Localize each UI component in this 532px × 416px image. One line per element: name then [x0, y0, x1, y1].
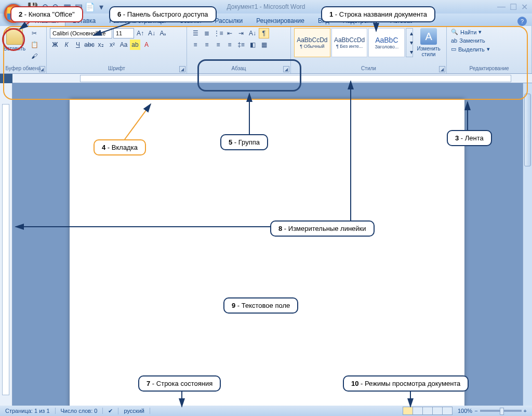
shading-icon[interactable]: ◧ — [247, 40, 258, 50]
paste-button[interactable]: Вставить — [3, 28, 26, 64]
format-painter-icon[interactable]: 🖌 — [29, 51, 39, 61]
callout-2: 2 - Кнопка "Office" — [10, 6, 83, 22]
shrink-font-icon[interactable]: A↓ — [147, 28, 157, 38]
indent-inc-icon[interactable]: ⇥ — [236, 28, 246, 38]
vertical-scrollbar[interactable] — [523, 83, 532, 406]
callout-8: 8 - Измерительные линейки — [270, 220, 375, 237]
qat-icon[interactable]: ▾ — [97, 2, 106, 11]
group-font-label: Шрифт — [50, 64, 183, 72]
close-icon[interactable]: ✕ — [521, 2, 528, 12]
cut-icon[interactable]: ✂ — [29, 28, 39, 38]
maximize-icon[interactable]: ☐ — [510, 2, 517, 12]
view-web[interactable] — [422, 407, 433, 415]
group-paragraph-label: Абзац — [190, 64, 287, 72]
dialog-launcher-icon[interactable]: ◢ — [39, 66, 45, 72]
multilevel-icon[interactable]: ⋮≡ — [213, 28, 223, 38]
scroll-thumb[interactable] — [524, 94, 531, 166]
replace-icon: ab — [451, 37, 457, 44]
line-spacing-icon[interactable]: ‡≡ — [236, 40, 246, 50]
change-case-button[interactable]: Aa — [118, 40, 129, 50]
ribbon: Вставить ✂ 📋 🖌 Буфер обмена ◢ A↑ A↓ Aₐ Ж… — [0, 26, 532, 74]
style-heading[interactable]: AaBbC Заголово... — [368, 28, 405, 57]
indent-dec-icon[interactable]: ⇤ — [224, 28, 235, 38]
callout-7: 7 - Строка состояния — [138, 375, 221, 392]
status-words[interactable]: Число слов: 0 — [56, 408, 103, 414]
bold-button[interactable]: Ж — [50, 40, 60, 50]
sort-icon[interactable]: A↓ — [247, 28, 258, 38]
status-page[interactable]: Страница: 1 из 1 — [0, 408, 56, 414]
view-fullscreen[interactable] — [413, 407, 423, 415]
clipboard-icon — [6, 28, 23, 45]
clear-format-icon[interactable]: Aₐ — [158, 28, 168, 38]
zoom-level[interactable]: 100% — [458, 408, 472, 414]
zoom-control: 100% − + — [453, 408, 532, 414]
callout-6: 6 - Панель быстрого доступа — [109, 6, 217, 22]
change-styles-button[interactable]: A Изменить стили — [414, 28, 443, 57]
view-outline[interactable] — [432, 407, 443, 415]
dialog-launcher-icon[interactable]: ◢ — [439, 66, 445, 72]
vertical-ruler[interactable] — [0, 83, 12, 406]
superscript-button[interactable]: x² — [107, 40, 117, 50]
align-center-icon[interactable]: ≡ — [202, 40, 212, 50]
group-paragraph: ☰ ≣ ⋮≡ ⇤ ⇥ A↓ ¶ ≡ ≡ ≡ ≡ ‡≡ ◧ ▦ Абзац ◢ — [187, 26, 291, 73]
replace-button[interactable]: abЗаменить — [450, 37, 528, 44]
copy-icon[interactable]: 📋 — [29, 40, 39, 50]
numbering-icon[interactable]: ≣ — [202, 28, 212, 38]
font-color-button[interactable]: A — [141, 40, 152, 50]
group-font: A↑ A↓ Aₐ Ж К Ч abc x₂ x² Aa ab A Шрифт ◢ — [47, 26, 187, 73]
callout-5: 5 - Группа — [220, 134, 268, 150]
window-controls: — ☐ ✕ — [497, 2, 528, 12]
group-clipboard-label: Буфер обмена — [3, 64, 43, 72]
tab-review[interactable]: Рецензирование — [250, 15, 311, 26]
select-icon: ▭ — [451, 46, 456, 53]
select-button[interactable]: ▭Выделить ▾ — [450, 45, 528, 53]
group-editing: 🔍Найти ▾ abЗаменить ▭Выделить ▾ Редактир… — [447, 26, 532, 73]
dialog-launcher-icon[interactable]: ◢ — [283, 66, 289, 72]
grow-font-icon[interactable]: A↑ — [135, 28, 145, 38]
paste-label: Вставить — [4, 46, 25, 51]
callout-1: 1 - Строка названия документа — [321, 6, 435, 22]
window-title: Документ1 - Microsoft Word — [227, 3, 305, 10]
callout-3: 3 - Лента — [447, 130, 492, 146]
group-styles: AaBbCcDd ¶ Обычный AaBbCcDd ¶ Без инте..… — [291, 26, 447, 73]
strike-button[interactable]: abc — [84, 40, 95, 50]
view-buttons — [403, 407, 453, 415]
horizontal-ruler[interactable] — [12, 74, 532, 83]
qat-icon[interactable]: 📄 — [85, 2, 95, 11]
dialog-launcher-icon[interactable]: ◢ — [179, 66, 185, 72]
view-print-layout[interactable] — [403, 407, 413, 415]
change-styles-icon: A — [420, 28, 437, 45]
borders-icon[interactable]: ▦ — [259, 40, 269, 50]
group-clipboard: Вставить ✂ 📋 🖌 Буфер обмена ◢ — [0, 26, 47, 73]
show-marks-icon[interactable]: ¶ — [259, 28, 269, 38]
callout-9: 9 - Текстовое поле — [223, 297, 298, 314]
justify-icon[interactable]: ≡ — [224, 40, 235, 50]
help-icon[interactable]: ? — [517, 17, 527, 26]
font-name-combo[interactable] — [50, 28, 112, 38]
group-editing-label: Редактирование — [450, 64, 528, 72]
group-styles-label: Стили — [294, 64, 443, 72]
status-proof-icon[interactable]: ✔ — [103, 408, 118, 414]
minimize-icon[interactable]: — — [497, 2, 506, 12]
align-left-icon[interactable]: ≡ — [190, 40, 201, 50]
highlight-button[interactable]: ab — [130, 40, 140, 50]
find-button[interactable]: 🔍Найти ▾ — [450, 28, 528, 36]
bullets-icon[interactable]: ☰ — [190, 28, 201, 38]
style-normal[interactable]: AaBbCcDd ¶ Обычный — [294, 28, 330, 57]
status-language[interactable]: русский — [118, 408, 150, 414]
align-right-icon[interactable]: ≡ — [213, 40, 223, 50]
font-size-combo[interactable] — [113, 28, 134, 38]
callout-4: 4 - Вкладка — [94, 139, 146, 155]
zoom-out-icon[interactable]: − — [474, 408, 477, 414]
style-nospacing[interactable]: AaBbCcDd ¶ Без инте... — [331, 28, 368, 57]
italic-button[interactable]: К — [61, 40, 72, 50]
underline-button[interactable]: Ч — [73, 40, 83, 50]
zoom-in-icon[interactable]: + — [524, 408, 527, 414]
subscript-button[interactable]: x₂ — [96, 40, 106, 50]
zoom-slider[interactable] — [480, 410, 522, 412]
view-draft[interactable] — [442, 407, 453, 415]
status-bar: Страница: 1 из 1 Число слов: 0 ✔ русский… — [0, 406, 532, 416]
callout-10: 10 - Режимы просмотра документа — [343, 375, 469, 392]
find-icon: 🔍 — [451, 29, 458, 35]
